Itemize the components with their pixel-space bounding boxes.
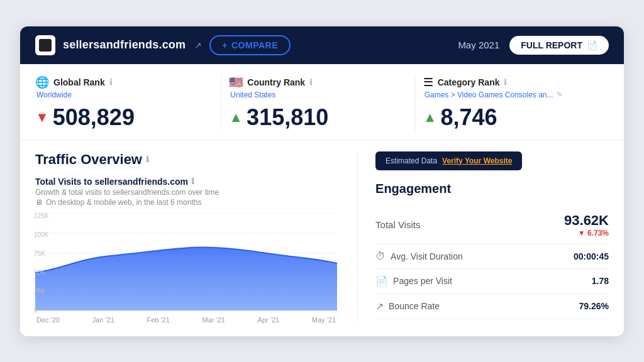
site-name: sellersandfriends.com	[63, 38, 186, 52]
total-visits-number: 93.62K	[564, 212, 609, 229]
total-visits-row: Total Visits 93.62K ▼ 6.73%	[375, 206, 609, 244]
chart-desc: Growth & total visits to sellersandfrien…	[35, 188, 337, 197]
pages-icon: 📄	[375, 275, 388, 287]
country-rank-info-icon[interactable]: ℹ	[309, 77, 313, 87]
category-rank-icon: ☰	[423, 75, 433, 89]
engagement-title: Engagement	[375, 182, 609, 196]
avg-visit-duration-label: Avg. Visit Duration	[391, 251, 463, 261]
category-rank-title: Category Rank	[438, 77, 500, 87]
global-rank-col: 🌐 Global Rank ℹ Worldwide ▼ 508,829	[35, 75, 221, 131]
x-label-mar21: Mar '21	[203, 316, 225, 324]
avg-visit-duration-value: 00:00:45	[574, 251, 609, 261]
global-rank-trend-icon: ▼	[35, 109, 49, 126]
category-rank-label-row: ☰ Category Rank ℹ	[423, 75, 601, 89]
estimated-data-label: Estimated Data	[386, 156, 437, 165]
site-icon	[35, 35, 55, 55]
header: sellersandfriends.com ↗ + COMPARE May 20…	[20, 26, 624, 64]
pages-per-visit-label: Pages per Visit	[393, 276, 452, 286]
country-rank-number: ▲ 315,810	[229, 104, 407, 131]
category-rank-col: ☰ Category Rank ℹ Games > Video Games Co…	[416, 75, 609, 131]
country-rank-subtitle: United States	[230, 90, 407, 99]
chart-area: 125K 100K 75K 50K 25K 0	[35, 213, 337, 314]
country-rank-icon: 🇺🇸	[229, 75, 243, 89]
chart-title: Total Visits to sellersandfriends.com ℹ	[35, 177, 337, 187]
bounce-icon: ↗	[375, 300, 384, 312]
full-report-label: FULL REPORT	[521, 40, 582, 50]
main-card: sellersandfriends.com ↗ + COMPARE May 20…	[20, 26, 624, 336]
avg-visit-duration-metric: ⏱ Avg. Visit Duration	[375, 251, 463, 262]
total-visits-label: Total Visits	[375, 219, 420, 230]
category-edit-icon[interactable]: ✎	[557, 90, 562, 99]
compare-label: COMPARE	[231, 40, 278, 50]
chart-device: 🖥 On desktop & mobile web, in the last 6…	[35, 198, 337, 207]
chart-title-info-icon[interactable]: ℹ	[191, 177, 194, 186]
pages-per-visit-row: 📄 Pages per Visit 1.78	[375, 269, 609, 294]
bounce-rate-value: 79.26%	[579, 301, 609, 311]
ranks-row: 🌐 Global Rank ℹ Worldwide ▼ 508,829 🇺🇸 C…	[20, 64, 624, 140]
x-label-feb21: Feb '21	[147, 316, 170, 324]
global-rank-icon: 🌐	[35, 75, 49, 89]
total-visits-change: ▼ 6.73%	[564, 229, 609, 238]
country-rank-title: Country Rank	[247, 77, 305, 87]
header-left: sellersandfriends.com ↗ + COMPARE	[35, 35, 291, 55]
main-content: Traffic Overview ℹ Total Visits to selle…	[20, 140, 624, 336]
pages-per-visit-value: 1.78	[592, 276, 609, 286]
x-label-apr21: Apr '21	[258, 316, 280, 324]
pages-per-visit-metric: 📄 Pages per Visit	[375, 275, 452, 287]
header-right: May 2021 FULL REPORT 📄	[458, 36, 609, 55]
estimated-data-box: Estimated Data Verify Your Website	[375, 151, 522, 170]
x-label-dec20: Dec '20	[36, 316, 60, 324]
total-visits-value: 93.62K ▼ 6.73%	[564, 212, 609, 238]
global-rank-info-icon[interactable]: ℹ	[109, 77, 113, 87]
external-link-icon[interactable]: ↗	[194, 40, 202, 50]
country-rank-label-row: 🇺🇸 Country Rank ℹ	[229, 75, 407, 89]
global-rank-number: ▼ 508,829	[35, 104, 213, 131]
avg-visit-duration-row: ⏱ Avg. Visit Duration 00:00:45	[375, 244, 609, 269]
x-label-may21: May '21	[312, 316, 336, 324]
category-rank-info-icon[interactable]: ℹ	[504, 77, 507, 87]
verify-website-link[interactable]: Verify Your Website	[442, 156, 512, 165]
left-panel: Traffic Overview ℹ Total Visits to selle…	[35, 151, 337, 324]
x-label-jan21: Jan '21	[92, 316, 114, 324]
country-rank-col: 🇺🇸 Country Rank ℹ United States ▲ 315,81…	[221, 75, 415, 131]
traffic-chart-svg	[35, 213, 337, 314]
category-rank-trend-icon: ▲	[423, 109, 437, 126]
country-rank-trend-icon: ▲	[229, 109, 243, 126]
date-label: May 2021	[458, 40, 499, 50]
category-rank-value: 8,746	[440, 104, 497, 131]
global-rank-title: Global Rank	[53, 77, 105, 87]
global-rank-subtitle: Worldwide	[36, 90, 213, 99]
site-icon-inner	[39, 39, 52, 52]
global-rank-label-row: 🌐 Global Rank ℹ	[35, 75, 213, 89]
bounce-rate-row: ↗ Bounce Rate 79.26%	[375, 294, 609, 319]
plus-icon: +	[222, 40, 228, 50]
full-report-button[interactable]: FULL REPORT 📄	[509, 36, 609, 55]
device-icon: 🖥	[35, 198, 43, 207]
clock-icon: ⏱	[375, 251, 386, 262]
traffic-overview-info-icon[interactable]: ℹ	[146, 155, 149, 164]
download-icon: 📄	[587, 40, 597, 50]
category-rank-number: ▲ 8,746	[423, 104, 601, 131]
bounce-rate-label: Bounce Rate	[389, 301, 440, 311]
compare-button[interactable]: + COMPARE	[209, 35, 291, 55]
bounce-rate-metric: ↗ Bounce Rate	[375, 300, 440, 312]
country-rank-value: 315,810	[247, 104, 328, 131]
global-rank-value: 508,829	[53, 104, 135, 131]
right-panel: Estimated Data Verify Your Website Engag…	[357, 151, 609, 324]
category-rank-subtitle: Games > Video Games Consoles an... ✎	[425, 90, 601, 99]
traffic-overview-title: Traffic Overview ℹ	[35, 151, 337, 168]
x-axis-labels: Dec '20 Jan '21 Feb '21 Mar '21 Apr '21 …	[35, 316, 337, 324]
